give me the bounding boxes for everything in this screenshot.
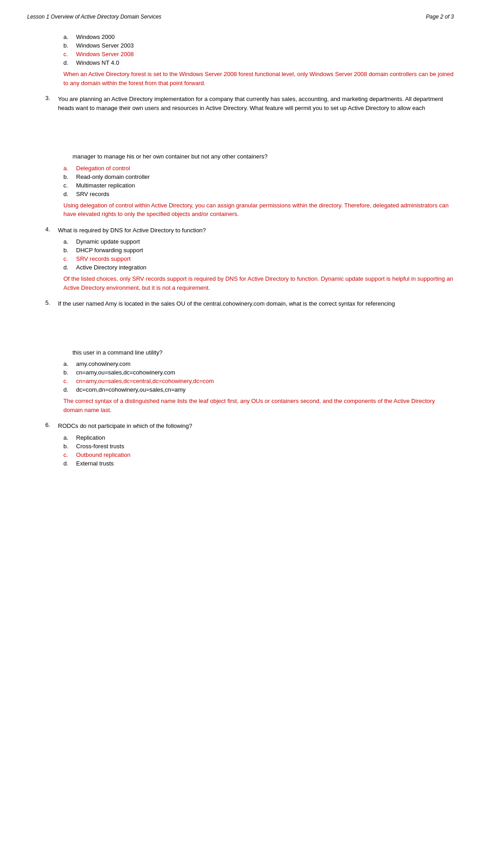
- answer-label: d.: [63, 460, 72, 467]
- q5-text: If the user named Amy is located in the …: [58, 299, 454, 308]
- answer-label: d.: [63, 264, 72, 271]
- answer-label: c.: [63, 51, 72, 58]
- list-item: a.Replication: [63, 434, 454, 441]
- answer-label: b.: [63, 247, 72, 254]
- question-3: 3. You are planning an Active Directory …: [36, 95, 454, 112]
- list-item: a.Windows 2000: [63, 34, 454, 40]
- answer-label: c.: [63, 378, 72, 384]
- answer-label: c.: [63, 182, 72, 189]
- answer-label: d.: [63, 191, 72, 197]
- header-left: Lesson 1 Overview of Active Directory Do…: [27, 14, 161, 20]
- list-item: c.Multimaster replication: [63, 182, 454, 189]
- answer-text: Active Directory integration: [76, 264, 146, 271]
- answer-text: Replication: [76, 434, 105, 441]
- answer-label: a.: [63, 434, 72, 441]
- list-item: a.amy.cohowinery.com: [63, 360, 454, 367]
- answer-label: a.: [63, 165, 72, 172]
- answer-label: b.: [63, 369, 72, 376]
- answer-text: Windows NT 4.0: [76, 59, 119, 66]
- q6-text: RODCs do not participate in which of the…: [58, 422, 454, 431]
- answer-text: Delegation of control: [76, 165, 130, 172]
- q4-explanation: Of the listed choices, only SRV records …: [36, 274, 454, 292]
- answer-label: a.: [63, 34, 72, 40]
- page-header: Lesson 1 Overview of Active Directory Do…: [27, 14, 454, 20]
- answer-text: cn=amy,ou=sales,dc=cohowinery.com: [76, 369, 175, 376]
- list-item: d.SRV records: [63, 191, 454, 197]
- answer-label: d.: [63, 59, 72, 66]
- answer-text: Windows Server 2008: [76, 51, 134, 58]
- answer-label: b.: [63, 42, 72, 49]
- list-item: d.Active Directory integration: [63, 264, 454, 271]
- question-5: 5. If the user named Amy is located in t…: [36, 299, 454, 308]
- answer-text: DHCP forwarding support: [76, 247, 143, 254]
- list-item: b.Cross-forest trusts: [63, 443, 454, 450]
- question-4: 4. What is required by DNS for Active Di…: [36, 226, 454, 235]
- q5-continuation: this user in a command line utility?: [36, 348, 454, 357]
- list-item: b.DHCP forwarding support: [63, 247, 454, 254]
- list-item: d.External trusts: [63, 460, 454, 467]
- answer-label: c.: [63, 255, 72, 262]
- answer-text: Multimaster replication: [76, 182, 135, 189]
- answer-text: External trusts: [76, 460, 114, 467]
- answer-text: Read-only domain controller: [76, 173, 150, 180]
- q5-answer-list: a.amy.cohowinery.comb.cn=amy,ou=sales,dc…: [36, 360, 454, 393]
- main-content: a.Windows 2000b.Windows Server 2003c.Win…: [27, 34, 454, 467]
- answer-text: SRV records support: [76, 255, 130, 262]
- q5-number: 5.: [45, 299, 54, 308]
- q4-text: What is required by DNS for Active Direc…: [58, 226, 454, 235]
- list-item: a.Dynamic update support: [63, 238, 454, 245]
- answer-text: Cross-forest trusts: [76, 443, 124, 450]
- spacer-2: [36, 312, 454, 348]
- answer-label: a.: [63, 238, 72, 245]
- answer-label: a.: [63, 360, 72, 367]
- q4-answer-list: a.Dynamic update supportb.DHCP forwardin…: [36, 238, 454, 271]
- list-item: c.cn=amy,ou=sales,dc=central,dc=cohowine…: [63, 378, 454, 384]
- header-right: Page 2 of 3: [426, 14, 454, 20]
- list-item: d.dc=com,dn=cohowinery,ou=sales,cn=amy: [63, 386, 454, 393]
- answer-text: Windows 2000: [76, 34, 115, 40]
- list-item: d.Windows NT 4.0: [63, 59, 454, 66]
- answer-text: Dynamic update support: [76, 238, 140, 245]
- answer-text: Windows Server 2003: [76, 42, 134, 49]
- answer-label: c.: [63, 451, 72, 458]
- q6-answer-list: a.Replicationb.Cross-forest trustsc.Outb…: [36, 434, 454, 467]
- list-item: c.SRV records support: [63, 255, 454, 262]
- list-item: c.Outbound replication: [63, 451, 454, 458]
- q3-continuation: manager to manage his or her own contain…: [36, 152, 454, 161]
- list-item: c.Windows Server 2008: [63, 51, 454, 58]
- answer-text: SRV records: [76, 191, 109, 197]
- q2-answer-list: a.Windows 2000b.Windows Server 2003c.Win…: [36, 34, 454, 66]
- answer-text: dc=com,dn=cohowinery,ou=sales,cn=amy: [76, 386, 186, 393]
- spacer-1: [36, 116, 454, 152]
- answer-label: b.: [63, 443, 72, 450]
- answer-text: amy.cohowinery.com: [76, 360, 130, 367]
- answer-label: d.: [63, 386, 72, 393]
- q6-number: 6.: [45, 422, 54, 431]
- list-item: a.Delegation of control: [63, 165, 454, 172]
- q4-number: 4.: [45, 226, 54, 235]
- answer-label: b.: [63, 173, 72, 180]
- q3-explanation: Using delegation of control within Activ…: [36, 201, 454, 219]
- answer-text: Outbound replication: [76, 451, 130, 458]
- list-item: b.Windows Server 2003: [63, 42, 454, 49]
- q3-number: 3.: [45, 95, 54, 112]
- q3-answer-list: a.Delegation of controlb.Read-only domai…: [36, 165, 454, 197]
- q5-explanation: The correct syntax of a distinguished na…: [36, 397, 454, 414]
- answer-text: cn=amy,ou=sales,dc=central,dc=cohowinery…: [76, 378, 214, 384]
- list-item: b.Read-only domain controller: [63, 173, 454, 180]
- question-6: 6. RODCs do not participate in which of …: [36, 422, 454, 431]
- q3-text: You are planning an Active Directory imp…: [58, 95, 454, 112]
- q2-explanation: When an Active Directory forest is set t…: [36, 70, 454, 87]
- list-item: b.cn=amy,ou=sales,dc=cohowinery.com: [63, 369, 454, 376]
